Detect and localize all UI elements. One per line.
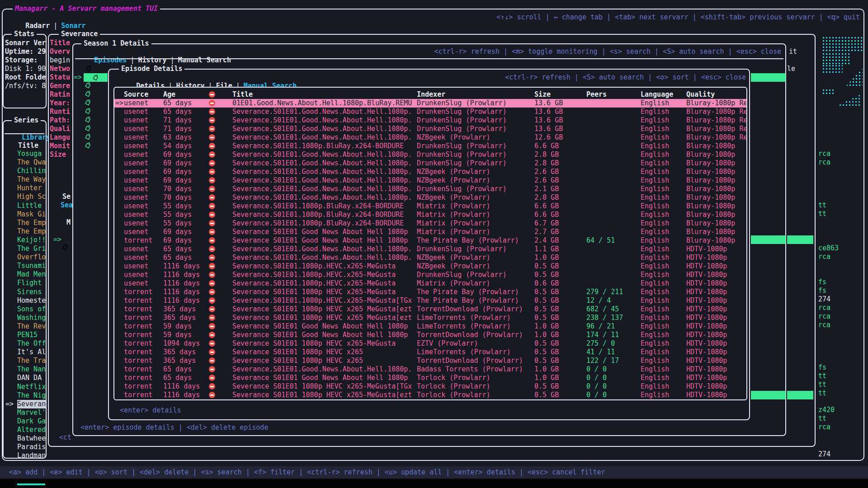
search-result-row[interactable]: => torrent 1094 days Severance S01E01 10… xyxy=(114,339,746,348)
result-age: 65 days xyxy=(163,365,208,374)
column-quality[interactable]: Quality xyxy=(686,90,746,99)
search-result-row[interactable]: => torrent 69 days Severance S01E01 Good… xyxy=(114,236,746,245)
result-age: 55 days xyxy=(163,211,208,219)
result-language: English xyxy=(641,357,686,365)
rejected-icon xyxy=(209,323,215,329)
result-indexer: DrunkenSlug (Prowlarr) xyxy=(417,245,534,253)
result-peers: 279 / 211 xyxy=(586,288,641,296)
result-language: English xyxy=(641,108,686,116)
result-size: 0.5 GB xyxy=(534,382,586,391)
result-indexer: Badass Torrents (Prowlarr) xyxy=(417,365,534,374)
result-age: 59 days xyxy=(163,331,208,339)
search-result-row[interactable]: => usenet 65 days Severance.S01E01.Good.… xyxy=(114,108,746,116)
search-result-row[interactable]: => usenet 65 days Severance.S01E01.Good.… xyxy=(114,245,746,253)
result-title: Severance S01E01 Good News About Hell 10… xyxy=(232,374,417,382)
result-language: English xyxy=(641,133,686,142)
search-result-row[interactable]: => torrent 1116 days Severance.S01E01.10… xyxy=(114,296,746,305)
result-size: 1.0 GB xyxy=(534,331,586,339)
search-result-row[interactable]: => usenet 69 days Severance.S01E01.Good.… xyxy=(114,159,746,168)
column-language[interactable]: Language xyxy=(641,90,686,99)
result-age: 1116 days xyxy=(163,288,208,296)
result-title: Severance.S01E01.Good.News.About.Hell.10… xyxy=(232,159,417,168)
result-title: Severance.S01E01.Good.News.About.Hell.10… xyxy=(232,125,417,133)
result-indexer: DrunkenSlug (Prowlarr) xyxy=(417,159,534,168)
result-peers xyxy=(586,116,641,125)
result-source: torrent xyxy=(124,382,163,391)
search-result-row[interactable]: => usenet 69 days Severance.S01E01.Good.… xyxy=(114,150,746,159)
rejected-icon xyxy=(209,169,215,175)
result-peers xyxy=(586,99,641,108)
search-result-row[interactable]: => usenet 70 days Severance.S01E01.Good.… xyxy=(114,185,746,193)
search-result-row[interactable]: => usenet 55 days Severance.S01E01.1080p… xyxy=(114,211,746,219)
search-result-row[interactable]: => torrent 365 days Severance S01E01 108… xyxy=(114,348,746,357)
result-size: 13.6 GB xyxy=(534,125,586,133)
result-source: usenet xyxy=(124,202,163,211)
search-result-row[interactable]: => usenet 71 days Severance.S01E01.Good.… xyxy=(114,116,746,125)
search-result-row[interactable]: => usenet 63 days Severance.S01E01.Good.… xyxy=(114,133,746,142)
search-result-row[interactable]: => torrent 365 days Severance S01E01 108… xyxy=(114,314,746,322)
column-title[interactable]: Title xyxy=(232,90,417,99)
result-title: Severance.S01E01.Good.News.About.Hell.10… xyxy=(232,150,417,159)
search-result-row[interactable]: => usenet 65 days 01E01.Good.News.About.… xyxy=(114,99,746,108)
result-age: 55 days xyxy=(163,219,208,228)
search-result-row[interactable]: => usenet 69 days Severance.S01E01.Good.… xyxy=(114,176,746,185)
result-source: torrent xyxy=(124,391,163,399)
result-indexer: Miatrix (Prowlarr) xyxy=(417,202,534,211)
rejected-icon xyxy=(209,254,215,261)
result-language: English xyxy=(641,279,686,288)
search-result-row[interactable]: => usenet 1116 days Severance.S01E01.108… xyxy=(114,279,746,288)
search-result-row[interactable]: => usenet 1116 days Severance.S01E01.108… xyxy=(114,262,746,271)
result-indexer: DrunkenSlug (Prowlarr) xyxy=(417,116,534,125)
search-result-row[interactable]: => usenet 65 days Severance.S01E01.Good.… xyxy=(114,253,746,262)
result-size: 6.6 GB xyxy=(534,142,586,150)
search-result-row[interactable]: => usenet 1116 days Severance.S01E01.108… xyxy=(114,271,746,279)
result-title: Severance.S01E01.Good.News.About.Hell.10… xyxy=(232,253,417,262)
result-peers: 64 / 51 xyxy=(586,236,641,245)
search-result-row[interactable]: => torrent 59 days Severance S01E01 Good… xyxy=(114,331,746,339)
rejected-icon xyxy=(209,108,215,115)
result-indexer: DrunkenSlug (Prowlarr) xyxy=(417,142,534,150)
search-result-row[interactable]: => usenet 69 days Severance.S01E01.Good.… xyxy=(114,168,746,176)
search-result-row[interactable]: => torrent 65 days Severance S01E01 Good… xyxy=(114,374,746,382)
rejected-icon xyxy=(209,151,215,158)
result-quality: Bluray-1080p xyxy=(686,219,746,228)
rejected-icon xyxy=(209,203,215,209)
column-peers[interactable]: Peers xyxy=(586,90,641,99)
result-source: usenet xyxy=(124,159,163,168)
result-source: usenet xyxy=(124,116,163,125)
result-language: English xyxy=(641,176,686,185)
search-result-row[interactable]: => usenet 70 days Severance.S01E01.Good.… xyxy=(114,193,746,202)
rejected-icon xyxy=(209,126,215,132)
result-language: English xyxy=(641,150,686,159)
result-language: English xyxy=(641,168,686,176)
result-age: 55 days xyxy=(163,202,208,211)
result-indexer: NZBgeek (Prowlarr) xyxy=(417,262,534,271)
rejected-icon xyxy=(209,134,215,141)
column-size[interactable]: Size xyxy=(534,90,586,99)
search-result-row[interactable]: => usenet 55 days Severance.S01E01.1080p… xyxy=(114,219,746,228)
result-title: Severance.S01E01.Good.News.About.Hell.10… xyxy=(232,176,417,185)
search-result-row[interactable]: => torrent 1116 days Severance S01E01 10… xyxy=(114,382,746,391)
result-age: 69 days xyxy=(163,228,208,236)
search-result-row[interactable]: => torrent 365 days Severance S01E01 108… xyxy=(114,357,746,365)
search-result-row[interactable]: => torrent 1116 days Severance S01E01 10… xyxy=(114,288,746,296)
result-quality: HDTV-1080p xyxy=(686,374,746,382)
search-result-row[interactable]: => usenet 55 days Severance.S01E01.1080p… xyxy=(114,202,746,211)
result-size: 1.0 GB xyxy=(534,374,586,382)
search-result-row[interactable]: => torrent 59 days Severance S01E01 Good… xyxy=(114,322,746,331)
result-indexer: NZBgeek (Prowlarr) xyxy=(417,253,534,262)
column-indexer[interactable]: Indexer xyxy=(417,90,534,99)
column-age[interactable]: Age xyxy=(163,90,208,99)
search-result-row[interactable]: => torrent 65 days Severance.S01E01.Good… xyxy=(114,365,746,374)
result-quality: Bluray-1080p Re xyxy=(686,99,746,108)
column-source[interactable]: Source xyxy=(124,90,163,99)
result-peers xyxy=(586,142,641,150)
result-title: Severance.S01E01.1080p.BluRay.x264-BORDU… xyxy=(232,142,417,150)
search-result-row[interactable]: => usenet 71 days Severance.S01E01.Good.… xyxy=(114,125,746,133)
result-indexer: LimeTorrents (Prowlarr) xyxy=(417,314,534,322)
search-result-row[interactable]: => usenet 69 days Severance S01E01 Good … xyxy=(114,228,746,236)
search-result-row[interactable]: => usenet 54 days Severance.S01E01.1080p… xyxy=(114,142,746,150)
result-language: English xyxy=(641,374,686,382)
search-result-row[interactable]: => torrent 1116 days Severance S01E01 10… xyxy=(114,391,746,399)
search-result-row[interactable]: => torrent 365 days Severance S01E01 108… xyxy=(114,305,746,314)
